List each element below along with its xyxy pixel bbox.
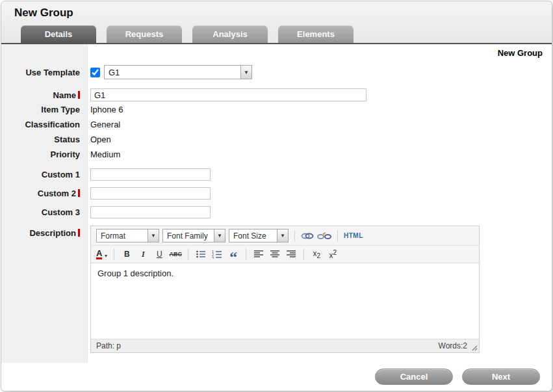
new-group-window: New Group Details Requests Analysis Elem… [1,1,552,391]
subscript-button[interactable]: x2 [310,248,323,261]
editor-content-area[interactable]: Group 1 description. [91,263,479,339]
action-bar: Cancel Next [1,363,552,391]
item-type-value: Iphone 6 [90,105,123,114]
tab-bar: Details Requests Analysis Elements [21,25,354,43]
toolbar-separator [294,230,295,242]
strikethrough-button[interactable]: ABC [169,248,182,261]
custom1-label: Custom 1 [1,170,84,179]
required-marker [78,229,80,237]
classification-label: Classification [1,120,84,129]
toolbar-separator [337,230,338,242]
editor-word-count: Words:2 [439,341,467,350]
tab-requests[interactable]: Requests [107,25,182,43]
custom3-label: Custom 3 [1,207,84,217]
page-title: New Group [14,7,73,20]
chevron-down-icon: ▼ [240,66,251,79]
font-color-button[interactable]: A▼ [96,249,108,259]
align-center-icon[interactable] [268,248,281,261]
editor-toolbar-top: Format ▼ Font Family ▼ Font Size ▼ [91,226,479,246]
title-bar: New Group Details Requests Analysis Elem… [1,1,552,44]
svg-text:3: 3 [212,256,214,259]
italic-button[interactable]: I [136,248,149,261]
toolbar-separator [246,248,246,260]
tab-elements[interactable]: Elements [278,25,354,43]
details-panel: New Group Use Template G1 ▼ Name [1,44,552,363]
font-size-dropdown[interactable]: Font Size ▼ [229,229,289,242]
numbered-list-icon[interactable]: 1 2 3 [211,248,224,261]
unlink-icon[interactable] [317,229,331,242]
tab-details[interactable]: Details [21,25,96,43]
chevron-down-icon: ▼ [277,229,288,242]
row-custom2: Custom 2 [1,187,552,200]
superscript-button[interactable]: x2 [326,248,339,261]
description-label: Description [1,226,84,238]
row-custom1: Custom 1 [1,168,552,181]
editor-status-bar: Path: p Words:2 [91,339,479,352]
chevron-down-icon: ▼ [214,229,225,242]
row-priority: Priority Medium [1,147,552,162]
priority-label: Priority [1,150,84,159]
status-label: Status [1,135,84,144]
custom2-input[interactable] [90,187,211,200]
toolbar-separator [303,248,304,260]
row-classification: Classification General [1,117,552,132]
classification-value: General [90,120,120,129]
name-label: Name [1,90,84,100]
required-marker [78,189,80,197]
bold-button[interactable]: B [120,248,133,261]
cancel-button[interactable]: Cancel [375,369,453,385]
group-form: Use Template G1 ▼ Name Item Type [1,44,552,353]
use-template-label: Use Template [1,68,84,77]
row-custom3: Custom 3 [1,205,552,218]
editor-toolbar-bottom: A▼ B I U ABC [91,246,479,263]
format-dropdown[interactable]: Format ▼ [96,229,159,242]
toolbar-separator [114,248,114,260]
row-item-type: Item Type Iphone 6 [1,102,552,117]
template-select[interactable]: G1 ▼ [104,65,252,79]
chevron-down-icon: ▼ [103,254,108,259]
name-input[interactable] [90,88,367,101]
blockquote-icon[interactable]: “ [227,248,240,261]
underline-button[interactable]: U [153,248,166,261]
item-type-label: Item Type [1,105,84,114]
next-button[interactable]: Next [462,369,540,385]
required-marker [78,91,80,99]
custom1-input[interactable] [90,168,211,181]
align-right-icon[interactable] [285,248,298,261]
custom3-input[interactable] [90,206,211,218]
custom2-label: Custom 2 [1,189,84,198]
insert-link-icon[interactable] [301,229,314,242]
tab-analysis[interactable]: Analysis [192,25,268,43]
use-template-checkbox[interactable] [90,68,100,77]
bullet-list-icon[interactable] [194,248,207,261]
rich-text-editor: Format ▼ Font Family ▼ Font Size ▼ [90,226,480,353]
toolbar-separator [188,248,188,260]
align-left-icon[interactable] [252,248,265,261]
row-status: Status Open [1,132,552,147]
resize-handle-icon[interactable] [470,344,478,351]
status-value: Open [90,135,111,144]
chevron-down-icon: ▼ [148,229,159,242]
row-description: Description Format ▼ Font Family ▼ [1,226,552,353]
html-source-button[interactable]: HTML [344,229,363,242]
font-family-dropdown[interactable]: Font Family ▼ [162,229,225,242]
row-name: Name [1,88,552,102]
priority-value: Medium [90,150,120,159]
editor-path: Path: p [96,341,121,350]
row-use-template: Use Template G1 ▼ [1,64,552,81]
